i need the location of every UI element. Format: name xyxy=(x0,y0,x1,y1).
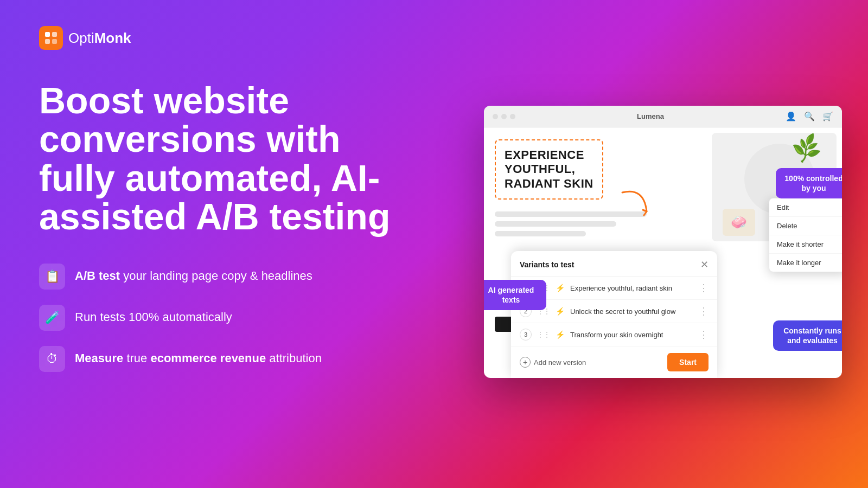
controlled-callout: 100% controlled by you xyxy=(776,168,842,198)
search-icon: 🔍 xyxy=(804,111,815,121)
ai-generated-callout: AI generated texts xyxy=(484,280,546,310)
variant-text-3: Transform your skin overnight xyxy=(570,331,693,339)
constantly-runs-text: Constantly runs and evaluates xyxy=(783,326,841,345)
measure-icon: ⏱ xyxy=(39,346,65,372)
dropdown-item-edit[interactable]: Edit xyxy=(769,198,842,217)
constantly-runs-callout: Constantly runs and evaluates xyxy=(773,320,842,351)
drag-handle-3: ⋮⋮ xyxy=(537,331,550,338)
variant-text-2: Unlock the secret to youthful glow xyxy=(570,307,693,316)
more-options-1[interactable]: ⋮ xyxy=(699,282,709,294)
features-list: 📋 A/B test your landing page copy & head… xyxy=(39,264,392,372)
svg-rect-0 xyxy=(45,32,50,37)
dropdown-menu: Edit Delete Make it shorter Make it long… xyxy=(769,198,842,272)
ai-icon-1: ⚡ xyxy=(556,284,565,292)
svg-rect-1 xyxy=(52,32,57,37)
feature-item-ab-test: 📋 A/B test your landing page copy & head… xyxy=(39,264,392,290)
skeleton-line-3 xyxy=(495,231,586,236)
logo-text: OptiMonk xyxy=(68,30,131,47)
hero-text: EXPERIENCE YOUTHFUL, RADIANT SKIN xyxy=(505,148,593,191)
start-button[interactable]: Start xyxy=(667,353,709,371)
svg-rect-2 xyxy=(45,39,50,44)
dropdown-item-longer[interactable]: Make it longer xyxy=(769,254,842,272)
feature-item-run-tests: 🧪 Run tests 100% automatically xyxy=(39,305,392,331)
hero-text-box: EXPERIENCE YOUTHFUL, RADIANT SKIN xyxy=(495,139,603,200)
add-version-label: Add new version xyxy=(534,358,586,367)
variants-footer: + Add new version Start xyxy=(511,346,717,378)
logo-icon xyxy=(39,26,63,50)
feature-measure-text: Measure true ecommerce revenue attributi… xyxy=(75,351,322,367)
arrow-decoration xyxy=(611,182,655,225)
browser-dots xyxy=(493,114,515,119)
variant-row-3: 3 ⋮⋮ ⚡ Transform your skin overnight ⋮ xyxy=(511,323,717,346)
run-tests-icon: 🧪 xyxy=(39,305,65,331)
browser-icons: 👤 🔍 🛒 xyxy=(786,111,833,121)
more-options-2[interactable]: ⋮ xyxy=(699,305,709,317)
ai-icon-3: ⚡ xyxy=(556,330,565,339)
close-icon[interactable]: ✕ xyxy=(700,259,709,271)
product-soap: 🧼 xyxy=(723,209,755,236)
feature-item-measure: ⏱ Measure true ecommerce revenue attribu… xyxy=(39,346,392,372)
browser-bar: Lumena 👤 🔍 🛒 xyxy=(484,106,842,127)
user-icon: 👤 xyxy=(786,111,796,121)
browser-content: EXPERIENCE YOUTHFUL, RADIANT SKIN 🌿 🧴 🧼 … xyxy=(484,127,842,378)
variants-header: Variants to test ✕ xyxy=(511,251,717,277)
cart-icon: 🛒 xyxy=(822,111,833,121)
skeleton-line-2 xyxy=(495,221,616,227)
feature-run-tests-text: Run tests 100% automatically xyxy=(75,310,232,325)
variant-text-1: Experience youthful, radiant skin xyxy=(570,284,693,292)
browser-mockup: Lumena 👤 🔍 🛒 EXPERIENCE YOUTHFUL, RADIAN… xyxy=(484,106,842,377)
more-options-3[interactable]: ⋮ xyxy=(699,329,709,341)
variant-num-3: 3 xyxy=(520,329,532,341)
browser-site-name: Lumena xyxy=(637,112,664,120)
dropdown-item-delete[interactable]: Delete xyxy=(769,217,842,235)
add-icon: + xyxy=(520,357,531,368)
ai-icon-2: ⚡ xyxy=(556,307,565,316)
controlled-text: 100% controlled by you xyxy=(784,174,842,192)
add-version-button[interactable]: + Add new version xyxy=(520,357,586,368)
ab-test-icon: 📋 xyxy=(39,264,65,290)
ai-generated-text: AI generated texts xyxy=(488,286,534,304)
left-content: Boost website conversions with fully aut… xyxy=(39,81,392,372)
logo: OptiMonk xyxy=(39,26,131,50)
headline: Boost website conversions with fully aut… xyxy=(39,81,392,236)
variants-title: Variants to test xyxy=(520,260,574,269)
feature-ab-test-text: A/B test your landing page copy & headli… xyxy=(75,268,312,284)
variants-panel: Variants to test ✕ 1 ⋮⋮ ⚡ Experience you… xyxy=(511,251,717,378)
svg-rect-3 xyxy=(52,39,57,44)
dropdown-item-shorter[interactable]: Make it shorter xyxy=(769,235,842,254)
